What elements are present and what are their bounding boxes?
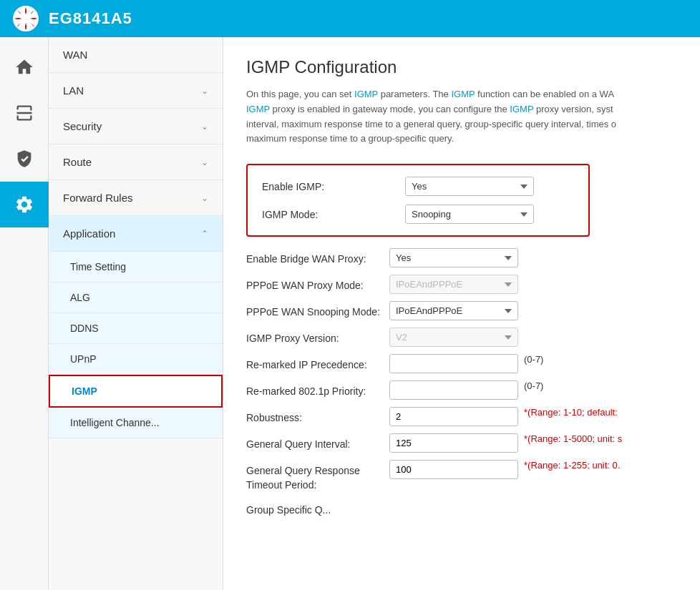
enable-igmp-row: Enable IGMP: Yes No: [262, 177, 574, 196]
sidebar-item-application[interactable]: Application ⌃: [49, 216, 223, 252]
submenu-item-ddns[interactable]: DDNS: [49, 313, 223, 344]
enable-igmp-label: Enable IGMP:: [262, 181, 405, 192]
chevron-down-icon: ⌄: [201, 157, 208, 167]
enable-bridge-wan-row: Enable Bridge WAN Proxy: Yes No: [246, 248, 677, 267]
submenu-item-igmp[interactable]: IGMP: [49, 375, 223, 408]
igmp-highlight-3: IGMP: [246, 104, 270, 114]
sidebar-icon-security[interactable]: [0, 136, 49, 182]
group-specific-row: Group Specific Q...: [246, 499, 677, 518]
sidebar-item-forward-rules-label: Forward Rules: [63, 192, 133, 204]
igmp-highlight-2: IGMP: [451, 89, 475, 99]
chevron-up-icon: ⌃: [201, 229, 208, 239]
application-submenu: Time Setting ALG DDNS UPnP IGMP Intellig…: [49, 252, 223, 438]
general-query-response-input[interactable]: [389, 460, 518, 479]
chevron-down-icon: ⌄: [201, 86, 208, 96]
sidebar-item-lan[interactable]: LAN ⌄: [49, 73, 223, 109]
igmp-highlight-4: IGMP: [510, 104, 533, 114]
igmp-mode-row: IGMP Mode: Snooping Proxy: [262, 205, 574, 224]
enable-bridge-wan-label: Enable Bridge WAN Proxy:: [246, 248, 389, 267]
igmp-proxy-version-select[interactable]: V2: [389, 328, 518, 347]
sidebar-item-forward-rules[interactable]: Forward Rules ⌄: [49, 180, 223, 216]
remarked-ip-row: Re-marked IP Precedence: (0-7): [246, 354, 677, 373]
sidebar-item-route[interactable]: Route ⌄: [49, 144, 223, 180]
general-query-interval-hint: *(Range: 1-5000; unit: s: [524, 433, 622, 444]
robustness-hint: *(Range: 1-10; default:: [524, 407, 618, 418]
igmp-config-box: Enable IGMP: Yes No IGMP Mode: Snooping …: [246, 164, 590, 237]
submenu-item-alg[interactable]: ALG: [49, 282, 223, 313]
chevron-down-icon: ⌄: [201, 122, 208, 132]
general-query-interval-input[interactable]: [389, 433, 518, 453]
pppoe-proxy-mode-label: PPPoE WAN Proxy Mode:: [246, 275, 389, 293]
general-query-response-row: General Query Response Timeout Period: *…: [246, 460, 677, 492]
general-query-response-hint: *(Range: 1-255; unit: 0.: [524, 460, 620, 471]
submenu-item-upnp[interactable]: UPnP: [49, 344, 223, 375]
pppoe-snooping-mode-label: PPPoE WAN Snooping Mode:: [246, 301, 389, 320]
sidebar-item-lan-label: LAN: [63, 84, 84, 97]
igmp-mode-label: IGMP Mode:: [262, 209, 405, 220]
igmp-proxy-version-label: IGMP Proxy Version:: [246, 328, 389, 346]
main-layout: WAN LAN ⌄ Security ⌄ Route ⌄ Forward Rul…: [0, 37, 700, 590]
general-query-interval-row: General Query Interval: *(Range: 1-5000;…: [246, 433, 677, 453]
igmp-proxy-version-row: IGMP Proxy Version: V2: [246, 328, 677, 347]
robustness-input[interactable]: [389, 407, 518, 426]
main-content: IGMP Configuration On this page, you can…: [223, 37, 700, 590]
chevron-down-icon: ⌄: [201, 193, 208, 203]
submenu-item-time-setting[interactable]: Time Setting: [49, 252, 223, 282]
pppoe-snooping-mode-row: PPPoE WAN Snooping Mode: IPoEAndPPPoE: [246, 301, 677, 320]
enable-bridge-wan-select[interactable]: Yes No: [389, 248, 518, 267]
sidebar-icon-home[interactable]: [0, 44, 49, 90]
general-query-interval-label: General Query Interval:: [246, 433, 389, 452]
sidebar-item-application-label: Application: [63, 227, 115, 240]
remarked-ip-hint: (0-7): [524, 354, 543, 365]
pppoe-proxy-mode-select[interactable]: IPoEAndPPPoE: [389, 275, 518, 294]
pppoe-snooping-mode-select[interactable]: IPoEAndPPPoE: [389, 301, 518, 320]
header: EG8141A5: [0, 0, 700, 37]
remarked-802-hint: (0-7): [524, 380, 543, 391]
sidebar-item-security-label: Security: [63, 120, 102, 132]
sidebar-icons: [0, 37, 49, 590]
robustness-label: Robustness:: [246, 407, 389, 426]
remarked-802-row: Re-marked 802.1p Priority: (0-7): [246, 380, 677, 400]
app-title: EG8141A5: [49, 9, 132, 28]
sidebar-item-wan[interactable]: WAN: [49, 37, 223, 73]
enable-igmp-select[interactable]: Yes No: [405, 177, 534, 196]
sidebar-nav: WAN LAN ⌄ Security ⌄ Route ⌄ Forward Rul…: [49, 37, 223, 590]
page-description: On this page, you can set IGMP parameter…: [246, 87, 661, 147]
page-title: IGMP Configuration: [246, 57, 677, 77]
remarked-ip-label: Re-marked IP Precedence:: [246, 354, 389, 373]
remarked-ip-input[interactable]: [389, 354, 518, 373]
form-section: Enable Bridge WAN Proxy: Yes No PPPoE WA…: [246, 248, 677, 518]
remarked-802-input[interactable]: [389, 380, 518, 400]
submenu-item-intelligent-channel[interactable]: Intelligent Channe...: [49, 408, 223, 438]
sidebar-icon-settings[interactable]: [0, 182, 49, 227]
huawei-logo: [11, 4, 40, 33]
igmp-highlight-1: IGMP: [354, 89, 378, 99]
sidebar-icon-network[interactable]: [0, 90, 49, 136]
sidebar-item-security[interactable]: Security ⌄: [49, 109, 223, 144]
sidebar-item-route-label: Route: [63, 156, 92, 168]
sidebar-item-wan-label: WAN: [63, 49, 87, 61]
pppoe-proxy-mode-row: PPPoE WAN Proxy Mode: IPoEAndPPPoE: [246, 275, 677, 294]
general-query-response-label: General Query Response Timeout Period:: [246, 460, 389, 492]
remarked-802-label: Re-marked 802.1p Priority:: [246, 380, 389, 399]
robustness-row: Robustness: *(Range: 1-10; default:: [246, 407, 677, 426]
igmp-mode-select[interactable]: Snooping Proxy: [405, 205, 534, 224]
group-specific-label: Group Specific Q...: [246, 499, 389, 518]
